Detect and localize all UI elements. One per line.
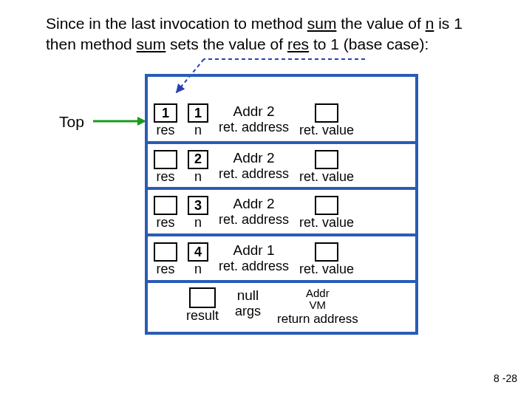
caption-mid1: the value of — [336, 15, 425, 32]
ret-value-box — [315, 242, 338, 262]
call-stack: 1 res 1 n Addr 2 ret. address ret. value… — [145, 74, 418, 335]
result-label: result — [186, 308, 219, 324]
res-label: res — [156, 215, 174, 231]
ret-address-value: Addr 1 — [233, 242, 275, 259]
n-cell: 2 n — [188, 150, 208, 185]
ret-value-label: ret. value — [299, 215, 354, 231]
ret-address-label: ret. address — [219, 259, 289, 274]
ret-address-cell: Addr 2 ret. address — [219, 103, 289, 135]
res-box — [154, 196, 177, 215]
res-box — [154, 242, 177, 262]
caption-n1: n — [426, 15, 434, 32]
ret-value-box — [315, 103, 338, 123]
caption-sum1: sum — [307, 15, 337, 32]
args-value: null — [237, 287, 259, 304]
caption-mid3: sets the value of — [166, 35, 287, 52]
ret-value-cell: ret. value — [299, 150, 354, 185]
ret-address-value: Addr 2 — [233, 150, 275, 166]
args-cell: null args — [235, 287, 261, 319]
n-cell: 1 n — [188, 103, 208, 138]
ret-address-label: ret. address — [219, 212, 289, 228]
n-cell: 3 n — [188, 196, 208, 231]
caption-text: Since in the last invocation to method s… — [46, 13, 489, 55]
ret-address-value: Addr 2 — [233, 103, 275, 120]
stack-frame: 1 res 1 n Addr 2 ret. address ret. value — [148, 74, 415, 144]
args-label: args — [235, 304, 261, 319]
n-box: 2 — [188, 150, 208, 169]
caption-post: to 1 (base case): — [309, 35, 429, 52]
stack-frame: res 2 n Addr 2 ret. address ret. value — [148, 141, 415, 191]
stack-frame-bottom: result null args Addr VM return address — [148, 280, 415, 335]
ret-value-cell: ret. value — [299, 196, 354, 231]
return-address-label: return address — [277, 312, 358, 327]
ret-value-label: ret. value — [299, 169, 354, 185]
ret-value-box — [315, 196, 338, 215]
res-box — [154, 150, 177, 169]
res-cell: res — [154, 242, 177, 277]
ret-address-cell: Addr 1 ret. address — [219, 242, 289, 274]
res-cell: res — [154, 150, 177, 185]
result-cell: result — [186, 287, 219, 324]
ret-address-value: Addr 2 — [233, 196, 275, 212]
n-label: n — [194, 123, 202, 138]
stack-frame: res 4 n Addr 1 ret. address ret. value — [148, 233, 415, 283]
ret-address-label: ret. address — [219, 166, 289, 182]
page-number: 8 -28 — [494, 372, 517, 384]
res-cell: res — [154, 196, 177, 231]
result-box — [189, 287, 216, 308]
stack-frame: res 3 n Addr 2 ret. address ret. value — [148, 187, 415, 236]
top-pointer-arrow-icon — [93, 115, 146, 127]
res-cell: 1 res — [154, 103, 177, 138]
ret-value-box — [315, 150, 338, 169]
res-label: res — [156, 123, 174, 138]
return-address-value: Addr VM — [306, 287, 330, 311]
caption-res1: res — [287, 35, 309, 52]
res-box: 1 — [154, 103, 177, 123]
n-label: n — [194, 215, 202, 231]
ret-address-label: ret. address — [219, 120, 289, 135]
n-box: 3 — [188, 196, 208, 215]
return-address-cell: Addr VM return address — [277, 287, 358, 327]
ret-value-cell: ret. value — [299, 103, 354, 138]
top-label: Top — [59, 113, 84, 131]
ret-address-cell: Addr 2 ret. address — [219, 196, 289, 228]
ret-value-label: ret. value — [299, 262, 354, 277]
n-box: 1 — [188, 103, 208, 123]
n-cell: 4 n — [188, 242, 208, 277]
caption-sum2: sum — [137, 35, 166, 52]
res-label: res — [156, 262, 174, 277]
ret-address-cell: Addr 2 ret. address — [219, 150, 289, 182]
caption-pre: Since in the last invocation to method — [46, 15, 307, 32]
ret-value-cell: ret. value — [299, 242, 354, 277]
return-address-line1: Addr — [306, 287, 330, 299]
return-address-line2: VM — [310, 299, 327, 311]
n-label: n — [194, 169, 202, 185]
n-label: n — [194, 262, 202, 277]
ret-value-label: ret. value — [299, 123, 354, 138]
res-label: res — [156, 169, 174, 185]
n-box: 4 — [188, 242, 208, 262]
